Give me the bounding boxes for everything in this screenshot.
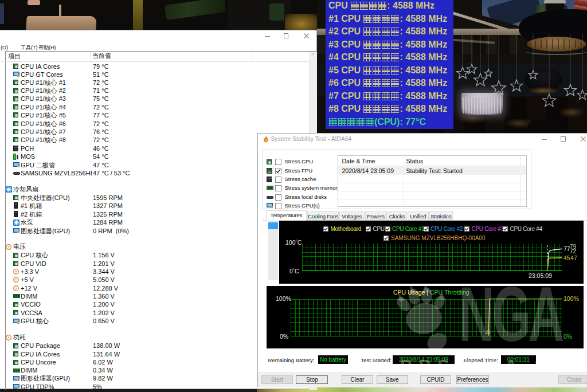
svg-text:BBS NGA 178 COM: BBS NGA 178 COM: [400, 356, 587, 375]
svg-text:NGA: NGA: [459, 271, 563, 358]
